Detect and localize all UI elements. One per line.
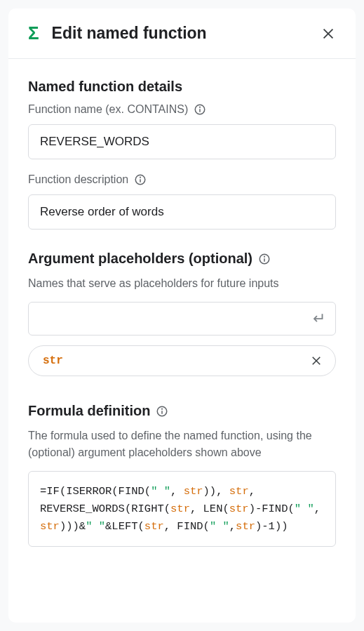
argument-chip[interactable]: str — [28, 345, 336, 376]
formula-heading: Formula definition — [28, 403, 336, 419]
svg-point-15 — [162, 409, 163, 409]
panel-title: Edit named function — [52, 24, 318, 43]
formula-definition-input[interactable]: =IF(ISERROR(FIND(" ", str)), str, REVERS… — [28, 471, 336, 547]
remove-argument-button[interactable] — [309, 353, 324, 368]
info-icon[interactable] — [156, 405, 168, 418]
formula-helper-text: The formula used to define the named fun… — [28, 427, 336, 461]
argument-chip-label: str — [43, 354, 63, 367]
info-icon[interactable] — [134, 173, 147, 186]
svg-point-10 — [264, 256, 265, 257]
function-description-input[interactable] — [28, 194, 336, 230]
args-heading: Argument placeholders (optional) — [28, 251, 336, 267]
svg-point-4 — [200, 107, 201, 107]
info-icon[interactable] — [258, 253, 271, 265]
close-button[interactable] — [318, 23, 339, 44]
argument-input[interactable] — [39, 310, 313, 328]
info-icon[interactable] — [194, 103, 206, 116]
function-name-label: Function name (ex. CONTAINS) — [28, 103, 336, 116]
edit-function-panel: Σ Edit named function Named function det… — [8, 8, 356, 623]
svg-point-7 — [140, 177, 141, 178]
close-icon — [321, 26, 336, 41]
panel-content: Named function details Function name (ex… — [8, 59, 356, 561]
details-heading: Named function details — [28, 79, 336, 95]
sigma-icon: Σ — [28, 22, 39, 44]
args-helper-text: Names that serve as placeholders for fut… — [28, 275, 336, 292]
function-name-input[interactable] — [28, 124, 336, 159]
function-description-label: Function description — [28, 173, 336, 186]
panel-header: Σ Edit named function — [8, 8, 356, 59]
enter-icon: ↵ — [313, 310, 325, 328]
argument-input-row: ↵ — [28, 302, 336, 336]
close-icon — [310, 354, 323, 367]
